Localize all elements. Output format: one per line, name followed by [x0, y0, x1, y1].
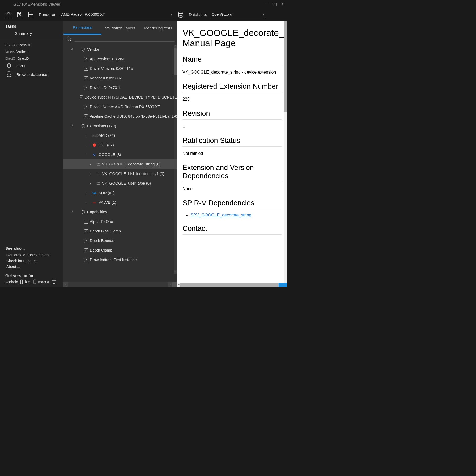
- collapse-icon[interactable]: ┘: [70, 125, 75, 128]
- chevron-down-icon: ▼: [170, 13, 173, 16]
- tree-item-vk-google-hlsl[interactable]: ›VK_GOOGLE_hlsl_functionality1 (0): [63, 169, 177, 178]
- collapse-icon[interactable]: ┘: [84, 153, 88, 156]
- collapse-icon[interactable]: ┘: [70, 211, 75, 214]
- checkbox-icon[interactable]: [84, 248, 88, 252]
- tree-node-api-version[interactable]: Api Version: 1.3.264: [63, 54, 177, 64]
- renderer-dropdown[interactable]: AMD Radeon RX 5600 XT ▼: [61, 11, 173, 18]
- database-dropdown[interactable]: OpenGL.org ▼: [212, 11, 265, 18]
- tree-cap-depth-bias-clamp[interactable]: Depth Bias Clamp: [63, 226, 177, 236]
- database-icon[interactable]: [178, 11, 184, 18]
- expand-icon[interactable]: ›: [88, 163, 93, 166]
- doc-spirv-link[interactable]: SPV_GOOGLE_decorate_string: [190, 213, 251, 217]
- phone-icon: [19, 279, 24, 284]
- link-about[interactable]: About ...: [5, 264, 58, 270]
- tab-rendering-tests[interactable]: Rendering tests: [139, 21, 177, 35]
- search-icon[interactable]: [66, 36, 72, 42]
- checkbox-icon[interactable]: [84, 258, 88, 262]
- checkbox-icon[interactable]: [84, 220, 88, 224]
- tree-group-ext[interactable]: ›🔴EXT (67): [63, 140, 177, 150]
- tree-node-device-id[interactable]: Device ID: 0x731f: [63, 83, 177, 92]
- tree-node-vendor[interactable]: ┘ Vendor: [63, 45, 177, 54]
- grid-icon[interactable]: [28, 11, 34, 18]
- scroll-left-icon[interactable]: ‹: [63, 282, 68, 287]
- close-icon[interactable]: ✕: [280, 1, 284, 7]
- renderer-value: AMD Radeon RX 5600 XT: [61, 12, 105, 16]
- tree-cap-depth-bounds[interactable]: Depth Bounds: [63, 236, 177, 245]
- svg-point-6: [179, 12, 183, 14]
- expand-icon[interactable]: ›: [84, 201, 88, 204]
- sidebar-item-label: Browse database: [16, 72, 47, 77]
- checkbox-icon[interactable]: [84, 105, 88, 109]
- hscrollbar[interactable]: ‹ ›: [63, 282, 177, 287]
- svg-rect-21: [52, 280, 56, 283]
- expand-icon[interactable]: ›: [88, 182, 93, 185]
- shield-icon: [81, 47, 86, 52]
- tree-label: Extensions (170): [87, 124, 116, 128]
- amd-icon: AMD: [92, 134, 97, 137]
- home-icon[interactable]: [5, 11, 12, 18]
- tree-item-vk-google-decorate-string[interactable]: ›VK_GOOGLE_decorate_string (0): [63, 159, 177, 169]
- sidebar-item-directx[interactable]: DirectXDirectX: [0, 55, 63, 62]
- link-drivers[interactable]: Get latest graphics drivers: [5, 252, 58, 258]
- tree-node-device-name[interactable]: Device Name: AMD Radeon RX 5600 XT: [63, 102, 177, 112]
- tree-cap-alpha-to-one[interactable]: Alpha To One: [63, 217, 177, 226]
- tree-node-device-type[interactable]: Device Type: PHYSICAL_DEVICE_TYPE_DISCRE…: [63, 92, 177, 102]
- checkbox-icon[interactable]: [84, 114, 88, 118]
- checkbox-icon[interactable]: [84, 239, 88, 243]
- expand-icon[interactable]: ›: [84, 144, 88, 147]
- tree-label: EXT (67): [99, 143, 114, 147]
- sidebar-item-browse-db[interactable]: Browse database: [0, 70, 63, 79]
- shield-icon: [81, 210, 86, 214]
- checkbox-icon[interactable]: [84, 67, 88, 71]
- svg-rect-2: [18, 12, 20, 14]
- tree-group-khr[interactable]: ›GLKHR (62): [63, 188, 177, 198]
- tree-item-vk-google-user-type[interactable]: ›VK_GOOGLE_user_type (0): [63, 178, 177, 188]
- minimize-icon[interactable]: ─: [266, 1, 269, 7]
- sidebar: Tasks Summary OpenGLOpenGL Vulkan.Vulkan…: [0, 21, 63, 287]
- tree-group-amd[interactable]: ›AMDAMD (22): [63, 131, 177, 140]
- tree-cap-draw-indirect[interactable]: Draw Indirect First Instance: [63, 255, 177, 265]
- expand-icon[interactable]: ›: [84, 192, 88, 194]
- tab-extensions[interactable]: Extensions: [63, 21, 101, 35]
- tree-node-vendor-id[interactable]: Vendor ID: 0x1002: [63, 73, 177, 83]
- doc-hscrollbar[interactable]: ◂ ▸: [177, 283, 287, 287]
- see-also-header: See also...: [5, 246, 58, 250]
- svg-point-28: [83, 125, 83, 125]
- gl-icon: GL: [92, 191, 97, 194]
- platform-ios[interactable]: iOS: [25, 280, 31, 284]
- sidebar-item-cpu[interactable]: CPU: [0, 62, 63, 70]
- checkbox-icon[interactable]: [84, 86, 88, 90]
- link-updates[interactable]: Check for updates: [5, 258, 58, 264]
- doc-revision-header: Revision: [182, 109, 282, 120]
- checkbox-icon[interactable]: [84, 229, 88, 233]
- tree-node-extensions[interactable]: ┘ Extensions (170): [63, 121, 177, 131]
- save-icon[interactable]: [16, 11, 23, 18]
- platform-android[interactable]: Android: [5, 280, 18, 284]
- scroll-right-icon[interactable]: ›: [168, 282, 172, 287]
- tree-node-capabilities[interactable]: ┘ Capabilities: [63, 207, 177, 217]
- doc-ratification-header: Ratification Status: [182, 137, 282, 147]
- tree-group-valve[interactable]: ›▬VALVE (1): [63, 198, 177, 207]
- tree-node-driver-version[interactable]: Driver Version: 0x80011b: [63, 64, 177, 73]
- checkbox-icon[interactable]: [80, 95, 83, 99]
- checkbox-icon[interactable]: [84, 57, 88, 61]
- sidebar-item-summary[interactable]: Summary: [0, 29, 63, 39]
- tree-label: Capabilities: [87, 210, 107, 214]
- search-input[interactable]: [75, 36, 175, 42]
- maximize-icon[interactable]: ▢: [273, 1, 277, 7]
- tree-label: Pipeline Cache UUID: 848f5b7b-53e4-512b-…: [90, 114, 177, 118]
- tree-node-pipeline-cache[interactable]: Pipeline Cache UUID: 848f5b7b-53e4-512b-…: [63, 112, 177, 121]
- doc-vscrollbar[interactable]: [284, 21, 287, 283]
- tree-cap-depth-clamp[interactable]: Depth Clamp: [63, 245, 177, 255]
- tree-group-google[interactable]: ┘GGOOGLE (3): [63, 150, 177, 159]
- sidebar-item-label: Vulkan: [16, 49, 28, 54]
- platform-macos[interactable]: macOS: [38, 280, 51, 284]
- expand-icon[interactable]: ›: [84, 134, 88, 137]
- checkbox-icon[interactable]: [84, 76, 88, 80]
- collapse-icon[interactable]: ┘: [70, 48, 75, 51]
- sidebar-item-opengl[interactable]: OpenGLOpenGL: [0, 42, 63, 48]
- tab-validation-layers[interactable]: Validation Layers: [101, 21, 139, 35]
- sidebar-item-vulkan[interactable]: Vulkan.Vulkan: [0, 48, 63, 55]
- expand-icon[interactable]: ›: [88, 172, 93, 175]
- sidebar-item-label: OpenGL: [16, 43, 32, 47]
